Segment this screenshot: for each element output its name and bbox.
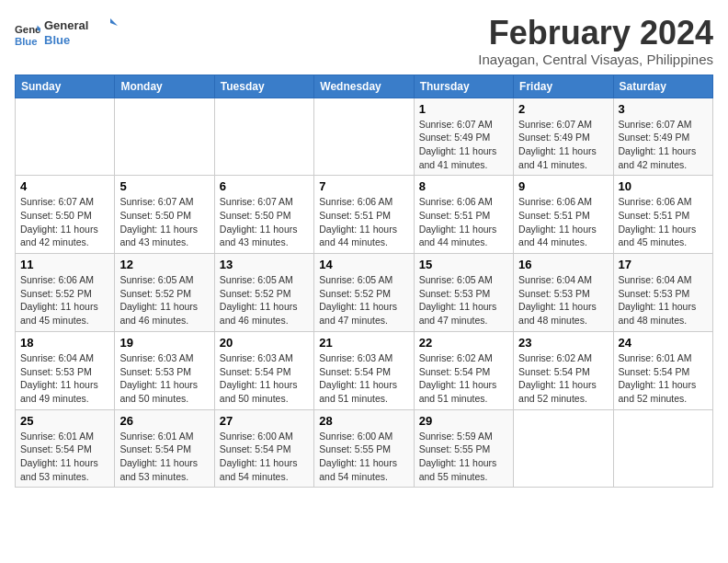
calendar-cell: 27Sunrise: 6:00 AMSunset: 5:54 PMDayligh… bbox=[214, 409, 313, 488]
calendar-day-header: Monday bbox=[115, 75, 214, 98]
calendar-day-header: Friday bbox=[514, 75, 613, 98]
calendar-cell: 21Sunrise: 6:03 AMSunset: 5:54 PMDayligh… bbox=[314, 331, 414, 409]
day-info: Sunrise: 6:00 AMSunset: 5:55 PMDaylight:… bbox=[319, 430, 408, 484]
day-info: Sunrise: 6:07 AMSunset: 5:49 PMDaylight:… bbox=[619, 118, 708, 172]
day-info: Sunrise: 6:03 AMSunset: 5:53 PMDaylight:… bbox=[119, 351, 209, 406]
calendar-week-row: 1Sunrise: 6:07 AMSunset: 5:49 PMDaylight… bbox=[16, 98, 713, 176]
calendar-day-header: Thursday bbox=[414, 75, 513, 98]
calendar-cell bbox=[613, 409, 712, 488]
day-number: 3 bbox=[619, 102, 708, 116]
calendar-cell: 24Sunrise: 6:01 AMSunset: 5:54 PMDayligh… bbox=[613, 331, 712, 409]
day-info: Sunrise: 6:06 AMSunset: 5:51 PMDaylight:… bbox=[419, 195, 508, 249]
day-info: Sunrise: 6:02 AMSunset: 5:54 PMDaylight:… bbox=[518, 351, 608, 406]
calendar-day-header: Sunday bbox=[16, 75, 115, 98]
day-info: Sunrise: 6:01 AMSunset: 5:54 PMDaylight:… bbox=[119, 430, 209, 484]
day-number: 26 bbox=[119, 414, 209, 428]
day-info: Sunrise: 6:02 AMSunset: 5:54 PMDaylight:… bbox=[419, 351, 508, 406]
calendar-cell: 7Sunrise: 6:06 AMSunset: 5:51 PMDaylight… bbox=[314, 176, 414, 254]
day-number: 28 bbox=[319, 414, 408, 428]
day-number: 5 bbox=[119, 179, 209, 193]
day-info: Sunrise: 6:05 AMSunset: 5:52 PMDaylight:… bbox=[119, 273, 209, 327]
page-title: February 2024 bbox=[478, 15, 713, 52]
calendar-cell: 15Sunrise: 6:05 AMSunset: 5:53 PMDayligh… bbox=[414, 254, 513, 332]
day-number: 7 bbox=[319, 179, 408, 193]
day-info: Sunrise: 6:06 AMSunset: 5:51 PMDaylight:… bbox=[619, 195, 708, 249]
svg-marker-5 bbox=[110, 18, 118, 26]
calendar-cell: 12Sunrise: 6:05 AMSunset: 5:52 PMDayligh… bbox=[115, 254, 214, 332]
svg-text:Blue: Blue bbox=[15, 35, 38, 46]
day-info: Sunrise: 6:07 AMSunset: 5:50 PMDaylight:… bbox=[119, 195, 209, 249]
calendar-day-header: Saturday bbox=[613, 75, 712, 98]
calendar-cell bbox=[16, 98, 115, 176]
calendar-cell: 3Sunrise: 6:07 AMSunset: 5:49 PMDaylight… bbox=[613, 98, 712, 176]
day-number: 23 bbox=[518, 336, 608, 350]
calendar-cell bbox=[514, 409, 613, 488]
calendar-cell: 11Sunrise: 6:06 AMSunset: 5:52 PMDayligh… bbox=[16, 254, 115, 332]
day-info: Sunrise: 6:05 AMSunset: 5:52 PMDaylight:… bbox=[319, 273, 408, 327]
day-number: 4 bbox=[20, 179, 109, 193]
calendar-cell: 2Sunrise: 6:07 AMSunset: 5:49 PMDaylight… bbox=[514, 98, 613, 176]
day-number: 21 bbox=[319, 336, 408, 350]
day-info: Sunrise: 6:04 AMSunset: 5:53 PMDaylight:… bbox=[20, 351, 109, 406]
day-number: 1 bbox=[419, 102, 508, 116]
day-info: Sunrise: 6:07 AMSunset: 5:49 PMDaylight:… bbox=[518, 118, 608, 172]
calendar-cell bbox=[314, 98, 414, 176]
calendar-cell: 13Sunrise: 6:05 AMSunset: 5:52 PMDayligh… bbox=[214, 254, 313, 332]
calendar-cell bbox=[115, 98, 214, 176]
day-number: 19 bbox=[119, 336, 209, 350]
calendar-cell: 25Sunrise: 6:01 AMSunset: 5:54 PMDayligh… bbox=[16, 409, 115, 488]
day-number: 15 bbox=[419, 258, 508, 271]
day-info: Sunrise: 6:07 AMSunset: 5:49 PMDaylight:… bbox=[419, 118, 508, 172]
page-subtitle: Inayagan, Central Visayas, Philippines bbox=[478, 52, 713, 67]
calendar-cell: 10Sunrise: 6:06 AMSunset: 5:51 PMDayligh… bbox=[613, 176, 712, 254]
day-number: 8 bbox=[419, 179, 508, 193]
calendar-cell: 18Sunrise: 6:04 AMSunset: 5:53 PMDayligh… bbox=[16, 331, 115, 409]
calendar-cell: 6Sunrise: 6:07 AMSunset: 5:50 PMDaylight… bbox=[214, 176, 313, 254]
day-number: 24 bbox=[619, 336, 708, 350]
day-number: 25 bbox=[20, 414, 109, 428]
day-number: 14 bbox=[319, 258, 408, 271]
day-info: Sunrise: 6:03 AMSunset: 5:54 PMDaylight:… bbox=[319, 351, 408, 406]
calendar-week-row: 11Sunrise: 6:06 AMSunset: 5:52 PMDayligh… bbox=[16, 254, 713, 332]
calendar-cell: 8Sunrise: 6:06 AMSunset: 5:51 PMDaylight… bbox=[414, 176, 513, 254]
day-info: Sunrise: 6:05 AMSunset: 5:53 PMDaylight:… bbox=[419, 273, 508, 327]
calendar-day-header: Tuesday bbox=[214, 75, 313, 98]
calendar-cell: 14Sunrise: 6:05 AMSunset: 5:52 PMDayligh… bbox=[314, 254, 414, 332]
day-info: Sunrise: 6:05 AMSunset: 5:52 PMDaylight:… bbox=[220, 273, 309, 327]
calendar-cell: 9Sunrise: 6:06 AMSunset: 5:51 PMDaylight… bbox=[514, 176, 613, 254]
day-number: 13 bbox=[220, 258, 309, 271]
calendar-header-row: SundayMondayTuesdayWednesdayThursdayFrid… bbox=[16, 75, 713, 98]
day-number: 17 bbox=[619, 258, 708, 271]
calendar-week-row: 25Sunrise: 6:01 AMSunset: 5:54 PMDayligh… bbox=[16, 409, 713, 488]
day-number: 12 bbox=[119, 258, 209, 271]
day-info: Sunrise: 6:06 AMSunset: 5:51 PMDaylight:… bbox=[518, 195, 608, 249]
svg-text:Blue: Blue bbox=[44, 33, 70, 47]
day-info: Sunrise: 6:06 AMSunset: 5:51 PMDaylight:… bbox=[319, 195, 408, 249]
day-info: Sunrise: 6:04 AMSunset: 5:53 PMDaylight:… bbox=[518, 273, 608, 327]
day-info: Sunrise: 6:01 AMSunset: 5:54 PMDaylight:… bbox=[20, 430, 109, 484]
day-info: Sunrise: 6:07 AMSunset: 5:50 PMDaylight:… bbox=[220, 195, 309, 249]
calendar-cell: 23Sunrise: 6:02 AMSunset: 5:54 PMDayligh… bbox=[514, 331, 613, 409]
day-number: 2 bbox=[518, 102, 608, 116]
day-number: 22 bbox=[419, 336, 508, 350]
logo-line1: General Blue bbox=[44, 15, 118, 55]
day-info: Sunrise: 6:00 AMSunset: 5:54 PMDaylight:… bbox=[220, 430, 309, 484]
day-number: 18 bbox=[20, 336, 109, 350]
calendar-cell: 17Sunrise: 6:04 AMSunset: 5:53 PMDayligh… bbox=[613, 254, 712, 332]
calendar-cell: 5Sunrise: 6:07 AMSunset: 5:50 PMDaylight… bbox=[115, 176, 214, 254]
calendar-week-row: 18Sunrise: 6:04 AMSunset: 5:53 PMDayligh… bbox=[16, 331, 713, 409]
day-info: Sunrise: 6:01 AMSunset: 5:54 PMDaylight:… bbox=[619, 351, 708, 406]
calendar-cell: 22Sunrise: 6:02 AMSunset: 5:54 PMDayligh… bbox=[414, 331, 513, 409]
day-number: 27 bbox=[220, 414, 309, 428]
calendar-cell: 28Sunrise: 6:00 AMSunset: 5:55 PMDayligh… bbox=[314, 409, 414, 488]
calendar-cell: 26Sunrise: 6:01 AMSunset: 5:54 PMDayligh… bbox=[115, 409, 214, 488]
calendar-week-row: 4Sunrise: 6:07 AMSunset: 5:50 PMDaylight… bbox=[16, 176, 713, 254]
calendar-cell: 4Sunrise: 6:07 AMSunset: 5:50 PMDaylight… bbox=[16, 176, 115, 254]
calendar-table: SundayMondayTuesdayWednesdayThursdayFrid… bbox=[15, 75, 713, 488]
title-area: February 2024 Inayagan, Central Visayas,… bbox=[478, 15, 713, 67]
day-info: Sunrise: 6:07 AMSunset: 5:50 PMDaylight:… bbox=[20, 195, 109, 249]
calendar-cell: 19Sunrise: 6:03 AMSunset: 5:53 PMDayligh… bbox=[115, 331, 214, 409]
logo: General Blue General Blue bbox=[15, 15, 118, 55]
day-number: 9 bbox=[518, 179, 608, 193]
day-info: Sunrise: 6:06 AMSunset: 5:52 PMDaylight:… bbox=[20, 273, 109, 327]
